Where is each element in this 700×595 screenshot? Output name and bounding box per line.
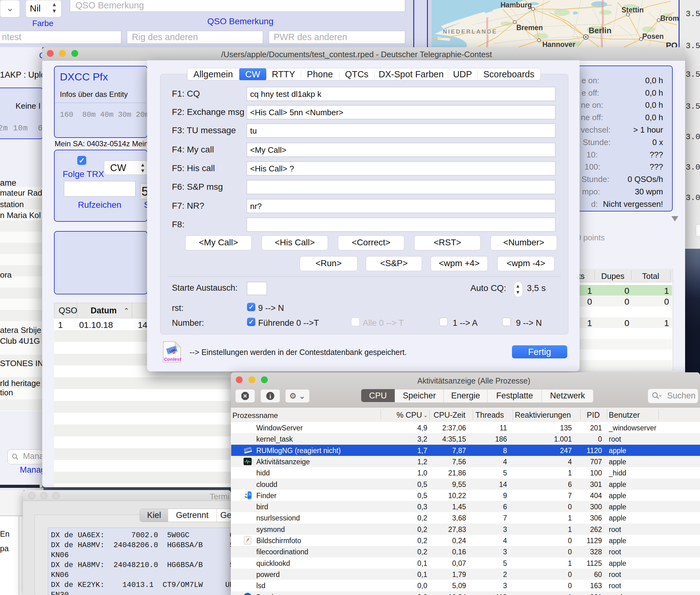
svg-text:Berlin: Berlin <box>588 26 612 35</box>
svg-text:Contest: Contest <box>164 357 181 362</box>
svg-text:Bremen: Bremen <box>516 24 543 32</box>
svg-text:Brom: Brom <box>660 14 679 22</box>
svg-text:i: i <box>269 393 271 400</box>
svg-text:Hamburg: Hamburg <box>500 1 532 9</box>
svg-text:NIEDERLANDE: NIEDERLANDE <box>443 28 497 35</box>
svg-text:Posen: Posen <box>642 32 664 40</box>
svg-text:Stettin: Stettin <box>621 6 644 14</box>
